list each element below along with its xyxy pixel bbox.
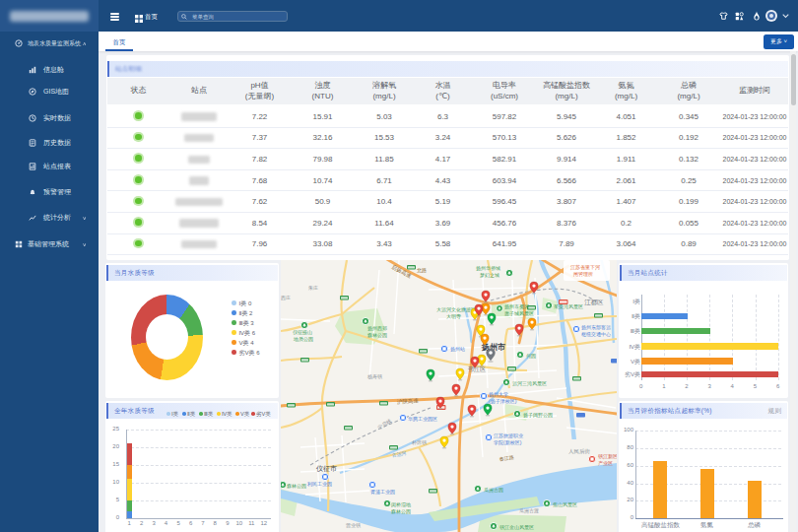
svg-text:瓜洲古渡: 瓜洲古渡 xyxy=(519,507,539,514)
svg-text:仪征市: 仪征市 xyxy=(316,464,337,473)
svg-text:大运河文化旅游区: 大运河文化旅游区 xyxy=(436,306,476,313)
svg-text:江苏旅游职业: 江苏旅游职业 xyxy=(494,432,523,439)
svg-text:扬州市蜀冈: 扬州市蜀冈 xyxy=(504,303,529,310)
svg-text:学院(新校区): 学院(新校区) xyxy=(494,439,522,446)
svg-text:北路: 北路 xyxy=(417,267,427,274)
svg-text:地质公园: 地质公园 xyxy=(293,336,313,343)
svg-text:仪征捺山: 仪征捺山 xyxy=(293,329,312,336)
svg-text:杨寿镇: 杨寿镇 xyxy=(366,373,382,380)
svg-text:江苏省里下河: 江苏省里下河 xyxy=(570,264,600,271)
svg-text:扬子阔野公园: 扬子阔野公园 xyxy=(523,412,553,419)
svg-text:(扬子津校区): (扬子津校区) xyxy=(489,398,517,405)
svg-text:产业区: 产业区 xyxy=(598,460,613,466)
svg-text:西庄: 西庄 xyxy=(281,295,291,301)
svg-text:闸管理所: 闸管理所 xyxy=(573,271,593,278)
svg-text:利民工业园: 利民工业园 xyxy=(307,481,332,488)
svg-text:镇江金山风景区: 镇江金山风景区 xyxy=(499,524,534,531)
svg-text:梦幻之城: 梦幻之城 xyxy=(480,272,499,279)
svg-text:瓜洲古园: 瓜洲古园 xyxy=(484,487,503,494)
svg-text:镇江新区: 镇江新区 xyxy=(598,453,617,460)
svg-text:森林公园: 森林公园 xyxy=(367,332,387,339)
svg-text:森林公园: 森林公园 xyxy=(391,508,411,515)
svg-text:茱萸湾风景区: 茱萸湾风景区 xyxy=(554,303,583,310)
svg-text:扬州站: 扬州站 xyxy=(450,346,465,353)
svg-text:扬州华侨城: 扬州华侨城 xyxy=(476,265,500,272)
svg-text:扬州西郊: 扬州西郊 xyxy=(367,325,387,332)
svg-text:营业镇: 营业镇 xyxy=(346,522,361,529)
svg-text:扬州大学: 扬州大学 xyxy=(489,391,508,398)
svg-text:胥浦工业园: 胥浦工业园 xyxy=(370,489,395,496)
svg-text:何园: 何园 xyxy=(526,353,536,360)
svg-text:唐子城风景区: 唐子城风景区 xyxy=(504,310,534,317)
svg-text:人民后街: 人民后街 xyxy=(568,448,591,455)
svg-text:华腾工业园区: 华腾工业园区 xyxy=(408,416,437,423)
svg-text:朱庄: 朱庄 xyxy=(308,285,318,291)
svg-text:枢纽交通中心: 枢纽交通中心 xyxy=(581,331,611,337)
svg-text:运河三湾风景区: 运河三湾风景区 xyxy=(512,380,547,387)
svg-text:大明寺: 大明寺 xyxy=(446,313,461,319)
svg-text:森林公园: 森林公园 xyxy=(287,483,306,490)
svg-text:朴席镇: 朴席镇 xyxy=(411,439,427,445)
svg-text:闵桥湿地: 闵桥湿地 xyxy=(391,501,411,508)
svg-text:焦山风景区: 焦山风景区 xyxy=(553,501,577,507)
svg-text:扬州东部客运: 扬州东部客运 xyxy=(581,324,611,331)
svg-text:江都区: 江都区 xyxy=(584,299,604,306)
